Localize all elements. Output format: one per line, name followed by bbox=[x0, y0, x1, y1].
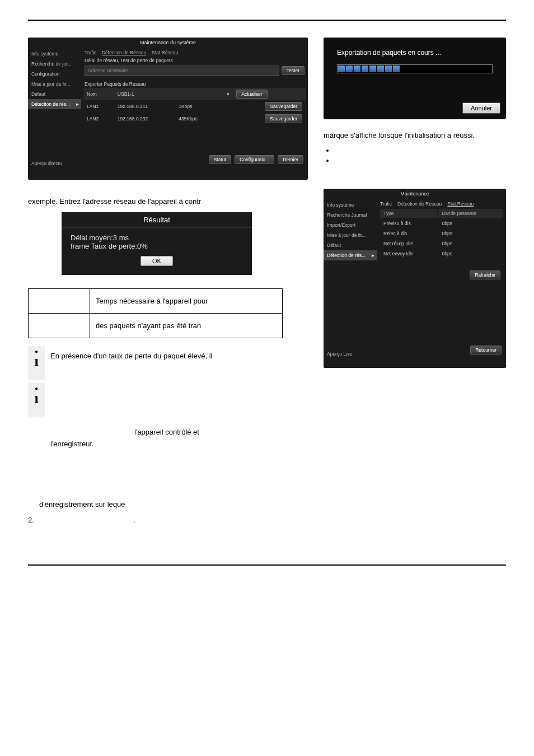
cancel-button[interactable]: Annuler bbox=[462, 102, 500, 114]
lan-rate: 1Kbps bbox=[175, 100, 217, 113]
page-bottom-rule bbox=[28, 564, 506, 566]
col-type: Type bbox=[380, 209, 437, 218]
stats-table: Temps nécessaire à l'appareil pour des p… bbox=[28, 288, 283, 338]
lan-ip: 192.168.0.232 bbox=[114, 113, 175, 125]
bullet-1 bbox=[335, 146, 506, 156]
status-button[interactable]: Statut bbox=[209, 155, 231, 164]
section-export-packets: Exporter Paquets de Réseau bbox=[83, 80, 306, 88]
maintenance-window: Maintenance Info système Recherche Journ… bbox=[324, 189, 506, 368]
stat-desc-1: Temps nécessaire à l'appareil pour bbox=[90, 289, 283, 314]
export-table: Nom USB1-1 ▾ Actualiser LAN1 192.168.0.2… bbox=[83, 88, 306, 125]
col-name: Nom bbox=[83, 88, 114, 100]
stat-key-2 bbox=[29, 314, 90, 338]
stat-desc-2: des paquets n'ayant pas été tran bbox=[90, 314, 283, 338]
lan-ip: 192.168.0.211 bbox=[114, 100, 175, 113]
bw-key: Net envoy.Idle bbox=[380, 249, 437, 258]
save-lan2-button[interactable]: Sauvegarder bbox=[265, 114, 302, 123]
dropdown-icon[interactable]: ▾ bbox=[217, 88, 233, 100]
ok-button[interactable]: OK bbox=[140, 256, 173, 266]
tab-netstat[interactable]: Stat.Réseau bbox=[152, 50, 178, 55]
export-progress-title: Exportation de paquets en cours ... bbox=[337, 49, 493, 57]
last-button[interactable]: Dernier bbox=[278, 155, 303, 164]
tab-netstat[interactable]: Stat.Réseau bbox=[447, 201, 474, 207]
bw-val: 0bps bbox=[438, 249, 503, 258]
table-row: LAN2 192.168.0.232 435Kbps Sauvegarder bbox=[83, 113, 306, 125]
config-button[interactable]: Configuratio... bbox=[235, 155, 274, 164]
bullet-list bbox=[335, 146, 506, 166]
sidebar-item-import[interactable]: Import/Export bbox=[324, 220, 377, 230]
page-top-rule bbox=[28, 20, 506, 21]
bw-key: Prévisu.à dis. bbox=[380, 219, 437, 228]
result-title: Résultat bbox=[62, 212, 252, 228]
window-title: Maintenance du système bbox=[28, 38, 308, 48]
dest-address-input[interactable]: Adresse Destinaire bbox=[85, 66, 279, 76]
sidebar-item-info[interactable]: Info système bbox=[324, 200, 377, 210]
sidebar-item-info[interactable]: Info système bbox=[28, 49, 81, 59]
stat-key-1 bbox=[29, 289, 90, 314]
bandwidth-table: Type Bande passante Prévisu.à dis.0bps R… bbox=[379, 208, 504, 259]
tab-netdetect[interactable]: Détection de Réseau bbox=[397, 201, 442, 207]
tab-traffic[interactable]: Trafic bbox=[380, 201, 392, 207]
bw-val: 0bps bbox=[438, 229, 503, 238]
refresh-button[interactable]: Actualiser bbox=[236, 90, 267, 99]
result-delay-line: Délai moyen:3 ms bbox=[71, 234, 243, 242]
bw-key: Net récep.Idle bbox=[380, 239, 437, 248]
info-note-1: ●ı En présence d'un taux de perte du paq… bbox=[28, 346, 308, 380]
bw-key: Relec.à dis. bbox=[380, 229, 437, 238]
sidebar-item-journal[interactable]: Recherche de jou... bbox=[28, 59, 81, 69]
tab-row: Trafic Détection de Réseau Stat.Réseau bbox=[379, 199, 504, 208]
test-button[interactable]: Tester bbox=[282, 66, 305, 75]
sidebar-item-default[interactable]: Défaut bbox=[324, 240, 377, 250]
info-text-2: l'appareil contrôlé et l'enregistreur. bbox=[48, 383, 308, 455]
sidebar-item-firmware[interactable]: Mise à jour de fir... bbox=[324, 230, 377, 240]
info-text-1: En présence d'un taux de perte du paquet… bbox=[48, 346, 308, 367]
sidebar-live-preview[interactable]: Aperçu Live bbox=[324, 348, 377, 360]
save-lan1-button[interactable]: Sauvegarder bbox=[265, 102, 302, 111]
tab-traffic[interactable]: Trafic bbox=[85, 50, 96, 55]
sidebar-live-preview[interactable]: Aperçu directu bbox=[28, 157, 81, 170]
window-title: Maintenance bbox=[324, 189, 506, 199]
export-progress-dialog: Exportation de paquets en cours ... Annu… bbox=[324, 38, 506, 119]
sidebar-item-config[interactable]: Configuration bbox=[28, 69, 81, 79]
sidebar: Info système Recherche Journal Import/Ex… bbox=[324, 199, 377, 361]
result-loss-line: frame Taux de perte:0% bbox=[71, 242, 243, 250]
info-icon: ●ı bbox=[28, 383, 45, 417]
tab-netdetect[interactable]: Détection de Réseau bbox=[102, 50, 146, 55]
col-usb[interactable]: USB1-1 bbox=[114, 88, 217, 100]
refresh-button[interactable]: Rafraîchir bbox=[470, 270, 500, 279]
sidebar-item-journal[interactable]: Recherche Journal bbox=[324, 210, 377, 220]
tab-row: Trafic Détection de Réseau Stat.Réseau bbox=[83, 48, 306, 57]
sidebar-item-firmware[interactable]: Mise à jour de fir... bbox=[28, 79, 81, 89]
table-row: LAN1 192.168.0.211 1Kbps Sauvegarder bbox=[83, 100, 306, 113]
example-text: exemple. Entrez l'adresse réseau de l'ap… bbox=[28, 197, 308, 207]
success-text: marque s'affiche lorsque l'initialisatio… bbox=[324, 130, 506, 141]
result-dialog: Résultat Délai moyen:3 ms frame Taux de … bbox=[62, 212, 252, 275]
info-icon: ●ı bbox=[28, 346, 45, 380]
sidebar-item-netdetect[interactable]: Détection de rés... bbox=[28, 99, 81, 109]
return-button[interactable]: Retourner bbox=[470, 346, 502, 354]
bullet-2 bbox=[335, 156, 506, 166]
sidebar-item-default[interactable]: Défaut bbox=[28, 89, 81, 99]
lan-name: LAN2 bbox=[83, 113, 114, 125]
list-item-2: 2. . bbox=[28, 515, 308, 525]
sidebar-item-netdetect[interactable]: Détection de rés... bbox=[324, 250, 377, 260]
lan-rate: 435Kbps bbox=[175, 113, 217, 125]
system-maintenance-window: Maintenance du système Info système Rech… bbox=[28, 38, 308, 180]
bw-val: 0bps bbox=[438, 239, 503, 248]
bw-val: 0bps bbox=[438, 219, 503, 228]
section-delay-loss: Délai de réseau, Test de perte de paquet… bbox=[83, 57, 306, 64]
sidebar: Info système Recherche de jou... Configu… bbox=[28, 48, 81, 171]
col-bandwidth: Bande passante bbox=[438, 209, 503, 218]
lan-name: LAN1 bbox=[83, 100, 114, 113]
info-note-2: ●ı l'appareil contrôlé et l'enregistreur… bbox=[28, 383, 308, 455]
recording-line: d'enregistrement sur leque bbox=[39, 500, 308, 510]
progress-bar bbox=[337, 64, 493, 73]
